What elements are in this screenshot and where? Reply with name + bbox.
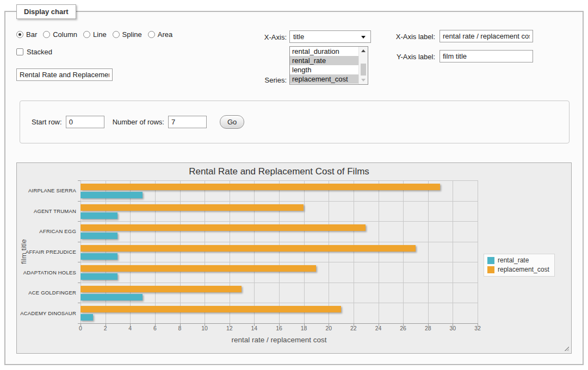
series-option-replacement_cost[interactable]: replacement_cost	[290, 74, 358, 84]
bar-replacement_cost[interactable]	[81, 184, 440, 190]
y-tick-mark	[78, 201, 81, 202]
category-label: AFFAIR PREJUDICE	[17, 242, 76, 262]
chart-title: Rental Rate and Replacement Cost of Film…	[81, 166, 478, 177]
y-tick-mark	[78, 180, 81, 181]
resize-grip[interactable]	[563, 345, 569, 351]
fieldset-legend-text: Display chart	[24, 8, 69, 16]
category-row	[81, 283, 478, 303]
x-axis-select-label: X-Axis:	[234, 33, 287, 41]
stacked-checkbox-row[interactable]: Stacked	[16, 48, 52, 56]
x-tick-label: 26	[394, 325, 412, 331]
row-controls-panel: Start row: Number of rows: Go	[20, 101, 570, 143]
x-tick-label: 14	[245, 325, 263, 331]
category-row	[81, 242, 478, 262]
y-tick-mark	[78, 242, 81, 242]
x-tick-label: 2	[96, 325, 115, 331]
category-label: ACE GOLDFINGER	[17, 283, 76, 303]
x-tick-label: 8	[171, 325, 189, 331]
legend-swatch-rental-rate	[487, 257, 494, 264]
bar-rental_rate[interactable]	[81, 294, 143, 300]
bar-replacement_cost[interactable]	[81, 306, 341, 312]
x-tick-label: 0	[71, 325, 90, 331]
radio-icon[interactable]	[16, 31, 23, 38]
bar-rental_rate[interactable]	[81, 253, 117, 260]
page: Display chart BarColumnLineSplineArea St…	[0, 0, 588, 370]
category-row	[81, 303, 478, 323]
series-option-rental_duration[interactable]: rental_duration	[290, 47, 358, 56]
radio-label: Column	[53, 30, 77, 39]
x-tick-label: 24	[369, 325, 388, 331]
scrollbar[interactable]	[358, 47, 368, 84]
bar-replacement_cost[interactable]	[81, 265, 316, 272]
y-tick-mark	[78, 323, 81, 324]
bar-replacement_cost[interactable]	[81, 204, 304, 211]
gridline	[478, 180, 478, 323]
bar-replacement_cost[interactable]	[81, 286, 242, 292]
x-tick-label: 22	[344, 325, 363, 331]
chart-type-radio-spline[interactable]: Spline	[113, 30, 142, 39]
bar-replacement_cost[interactable]	[81, 224, 366, 231]
bar-rental_rate[interactable]	[81, 314, 93, 321]
category-row	[81, 180, 478, 201]
legend-label: rental_rate	[498, 256, 529, 264]
y-axis-label-input[interactable]	[440, 50, 533, 62]
legend-item-rental-rate[interactable]: rental_rate	[487, 256, 549, 264]
series-option-rental_rate[interactable]: rental_rate	[290, 56, 358, 65]
bar-replacement_cost[interactable]	[81, 245, 416, 252]
x-tick-label: 6	[146, 325, 164, 331]
chart-legend: rental_rate replacement_cost	[484, 254, 555, 277]
category-label: AFRICAN EGG	[17, 221, 76, 242]
chart-type-radio-area[interactable]: Area	[148, 30, 172, 39]
number-of-rows-input[interactable]	[168, 116, 207, 128]
legend-swatch-replacement-cost	[487, 266, 494, 273]
x-tick-label: 16	[270, 325, 288, 331]
radio-icon[interactable]	[43, 31, 50, 38]
x-tick-label: 28	[419, 325, 437, 331]
y-tick-mark	[78, 221, 81, 222]
go-button[interactable]: Go	[220, 115, 244, 129]
x-axis-selected-value: title	[293, 33, 304, 41]
bar-rental_rate[interactable]	[81, 212, 117, 219]
x-axis-select[interactable]: title	[289, 30, 371, 43]
category-label: AGENT TRUMAN	[17, 201, 76, 222]
radio-icon[interactable]	[83, 31, 90, 38]
x-axis-label-input[interactable]	[440, 30, 533, 42]
chart-panel: Rental Rate and Replacement Cost of Film…	[16, 162, 572, 354]
start-row-label: Start row:	[32, 118, 62, 126]
radio-label: Line	[93, 30, 107, 39]
scrollbar-thumb[interactable]	[361, 64, 366, 76]
chart-type-radio-column[interactable]: Column	[43, 30, 77, 39]
y-axis-label-label: Y-Axis label:	[375, 53, 435, 61]
category-row	[81, 201, 478, 222]
radio-label: Spline	[122, 30, 142, 39]
radio-label: Bar	[26, 30, 37, 39]
bar-rental_rate[interactable]	[81, 233, 117, 239]
legend-label: replacement_cost	[498, 266, 549, 273]
scroll-down-icon[interactable]	[359, 76, 368, 84]
x-tick-label: 10	[195, 325, 214, 331]
scroll-up-icon[interactable]	[359, 47, 368, 55]
chart-type-radio-line[interactable]: Line	[83, 30, 107, 39]
y-tick-mark	[78, 262, 81, 262]
number-of-rows-label: Number of rows:	[113, 118, 164, 126]
x-tick-label: 30	[443, 325, 462, 331]
bar-rental_rate[interactable]	[81, 192, 143, 198]
radio-icon[interactable]	[148, 31, 155, 38]
chart-type-radio-bar[interactable]: Bar	[16, 30, 37, 39]
series-listbox[interactable]: rental_durationrental_ratelengthreplacem…	[289, 46, 368, 85]
stacked-label: Stacked	[27, 48, 52, 56]
plot-area	[81, 180, 478, 323]
radio-icon[interactable]	[113, 31, 120, 38]
chart-type-radio-group: BarColumnLineSplineArea	[16, 30, 172, 39]
radio-label: Area	[158, 30, 172, 39]
chart-title-input[interactable]	[16, 68, 113, 81]
legend-item-replacement-cost[interactable]: replacement_cost	[487, 266, 549, 273]
series-option-length[interactable]: length	[290, 65, 358, 74]
stacked-checkbox[interactable]	[16, 48, 23, 55]
bar-rental_rate[interactable]	[81, 273, 117, 280]
start-row-input[interactable]	[66, 116, 104, 128]
category-label: AIRPLANE SIERRA	[17, 180, 76, 201]
y-tick-mark	[78, 303, 81, 303]
category-row	[81, 262, 478, 283]
category-label: ACADEMY DINOSAUR	[17, 303, 76, 323]
